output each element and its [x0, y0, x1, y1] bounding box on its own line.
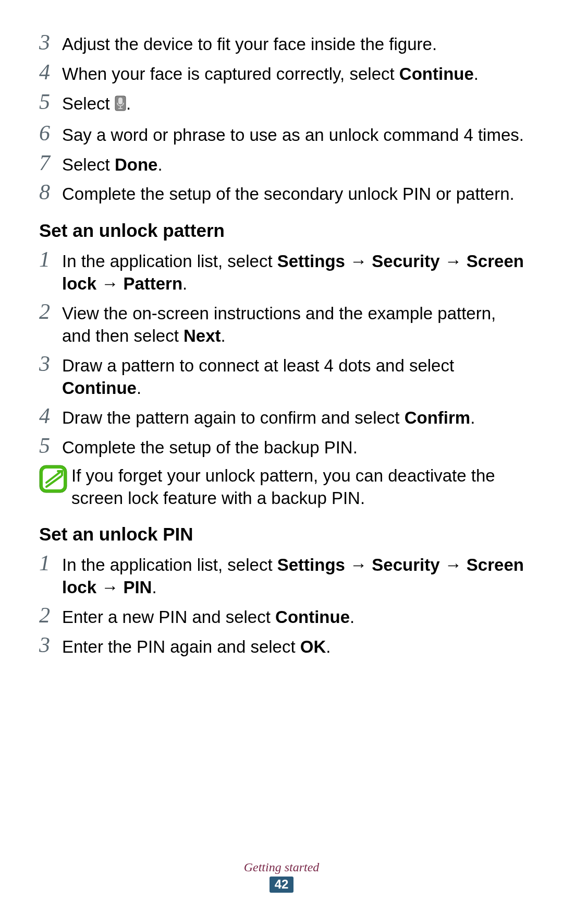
- microphone-icon: [115, 94, 126, 117]
- footer-chapter-label: Getting started: [0, 860, 563, 874]
- step-text: Draw the pattern again to confirm and se…: [62, 405, 524, 429]
- step-number: 2: [39, 604, 62, 626]
- step-item: 6Say a word or phrase to use as an unloc…: [39, 122, 524, 147]
- note-box: If you forget your unlock pattern, you c…: [39, 464, 524, 509]
- step-number: 5: [39, 91, 62, 113]
- note-icon: [39, 465, 67, 493]
- step-item: 3Draw a pattern to connect at least 4 do…: [39, 353, 524, 400]
- step-number: 7: [39, 152, 62, 174]
- step-text: When your face is captured correctly, se…: [62, 61, 524, 86]
- step-number: 4: [39, 61, 62, 83]
- step-item: 4When your face is captured correctly, s…: [39, 61, 524, 86]
- step-text: Draw a pattern to connect at least 4 dot…: [62, 353, 524, 400]
- step-item: 1In the application list, select Setting…: [39, 248, 524, 295]
- steps-group-a: 3Adjust the device to fit your face insi…: [39, 31, 524, 206]
- steps-group-pin: 1In the application list, select Setting…: [39, 552, 524, 658]
- step-text: Complete the setup of the secondary unlo…: [62, 181, 524, 206]
- step-item: 2View the on-screen instructions and the…: [39, 301, 524, 347]
- step-number: 2: [39, 301, 62, 322]
- page-number-badge: 42: [270, 877, 294, 893]
- step-item: 3Adjust the device to fit your face insi…: [39, 31, 524, 56]
- step-number: 1: [39, 248, 62, 270]
- step-text: Enter the PIN again and select OK.: [62, 634, 524, 658]
- step-number: 8: [39, 181, 62, 203]
- step-number: 3: [39, 353, 62, 375]
- svg-rect-1: [118, 98, 123, 104]
- step-number: 4: [39, 405, 62, 427]
- step-text: Adjust the device to fit your face insid…: [62, 31, 524, 56]
- step-item: 8Complete the setup of the secondary unl…: [39, 181, 524, 206]
- step-item: 5Select .: [39, 91, 524, 117]
- step-item: 1In the application list, select Setting…: [39, 552, 524, 599]
- step-text: Select Done.: [62, 152, 524, 176]
- step-number: 6: [39, 122, 62, 144]
- step-item: 4Draw the pattern again to confirm and s…: [39, 405, 524, 429]
- step-item: 2Enter a new PIN and select Continue.: [39, 604, 524, 629]
- step-text: In the application list, select Settings…: [62, 552, 524, 599]
- note-text: If you forget your unlock pattern, you c…: [71, 464, 524, 509]
- step-text: Say a word or phrase to use as an unlock…: [62, 122, 524, 147]
- step-number: 3: [39, 634, 62, 656]
- step-number: 1: [39, 552, 62, 574]
- step-number: 3: [39, 31, 62, 53]
- step-item: 5Complete the setup of the backup PIN.: [39, 435, 524, 459]
- heading-set-unlock-pin: Set an unlock PIN: [39, 524, 524, 545]
- step-text: View the on-screen instructions and the …: [62, 301, 524, 347]
- step-number: 5: [39, 435, 62, 457]
- steps-group-pattern: 1In the application list, select Setting…: [39, 248, 524, 459]
- step-item: 3Enter the PIN again and select OK.: [39, 634, 524, 658]
- page-footer: Getting started 42: [0, 860, 563, 893]
- heading-set-unlock-pattern: Set an unlock pattern: [39, 220, 524, 241]
- step-item: 7Select Done.: [39, 152, 524, 176]
- step-text: In the application list, select Settings…: [62, 248, 524, 295]
- step-text: Complete the setup of the backup PIN.: [62, 435, 524, 459]
- page-content: 3Adjust the device to fit your face insi…: [0, 0, 563, 658]
- step-text: Select .: [62, 91, 524, 117]
- step-text: Enter a new PIN and select Continue.: [62, 604, 524, 629]
